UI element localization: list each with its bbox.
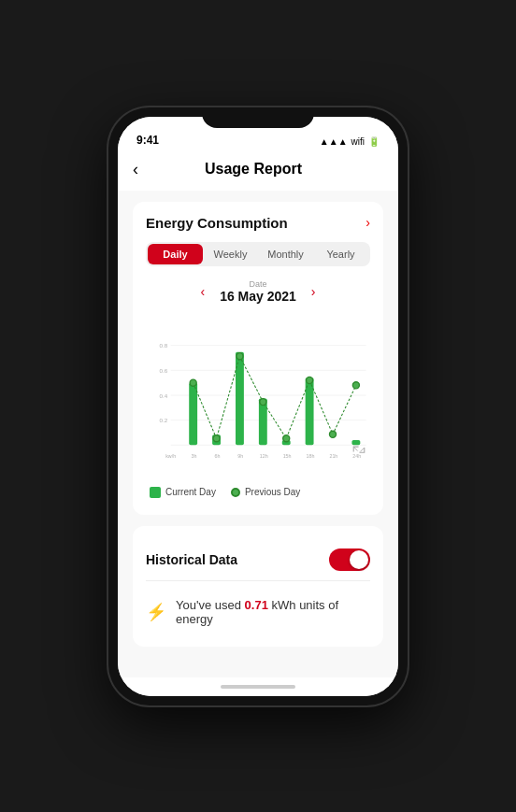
section-chevron-icon[interactable]: › — [366, 215, 370, 230]
svg-text:12h: 12h — [260, 452, 268, 458]
svg-line-33 — [353, 447, 357, 450]
app-header: ‹ Usage Report — [118, 150, 398, 191]
tab-monthly[interactable]: Monthly — [258, 244, 313, 264]
svg-text:kw/h: kw/h — [165, 452, 176, 458]
svg-rect-23 — [306, 378, 314, 445]
main-content: Energy Consumption › Daily Weekly Monthl… — [118, 191, 398, 677]
status-icons: ▲▲▲ wifi 🔋 — [320, 136, 380, 147]
historical-data-card: Historical Data ⚡ You've used 0.71 kWh u… — [133, 526, 383, 647]
historical-label: Historical Data — [146, 552, 237, 567]
status-time: 9:41 — [136, 134, 159, 147]
legend-previous-dot — [231, 488, 240, 497]
svg-text:15h: 15h — [283, 452, 292, 458]
svg-text:3h: 3h — [192, 452, 197, 458]
svg-point-26 — [213, 434, 220, 441]
svg-point-28 — [260, 398, 266, 405]
signal-icon: ▲▲▲ — [320, 136, 348, 147]
svg-rect-18 — [189, 382, 197, 445]
period-tabs: Daily Weekly Monthly Yearly — [146, 242, 370, 266]
svg-rect-20 — [236, 351, 244, 445]
svg-text:0.6: 0.6 — [159, 367, 167, 374]
phone-screen: 9:41 ▲▲▲ wifi 🔋 ‹ Usage Report Energy Co… — [118, 117, 398, 696]
next-date-button[interactable]: › — [311, 284, 316, 299]
section-header: Energy Consumption › — [146, 215, 370, 231]
bottom-bar — [118, 677, 398, 696]
wifi-icon: wifi — [351, 136, 365, 147]
svg-text:24h: 24h — [352, 452, 361, 458]
svg-point-32 — [352, 381, 359, 388]
usage-row: ⚡ You've used 0.71 kWh units of energy — [146, 591, 370, 634]
chart-svg: 0.8 0.6 0.4 0.2 kw/h 3h 6h 9h 12h 15h 18… — [146, 311, 370, 479]
svg-text:18h: 18h — [307, 452, 315, 458]
historical-row: Historical Data — [146, 539, 370, 580]
battery-icon: 🔋 — [368, 136, 380, 147]
tab-yearly[interactable]: Yearly — [313, 244, 368, 264]
svg-text:6h: 6h — [214, 452, 220, 458]
svg-text:0.2: 0.2 — [159, 417, 167, 423]
historical-toggle[interactable] — [329, 548, 370, 571]
energy-chart: 0.8 0.6 0.4 0.2 kw/h 3h 6h 9h 12h 15h 18… — [146, 311, 370, 479]
home-indicator — [221, 685, 295, 689]
svg-point-29 — [283, 434, 290, 441]
svg-line-34 — [360, 448, 364, 451]
legend-current-day: Current Day — [150, 487, 216, 498]
date-sub-label: Date — [220, 279, 296, 289]
page-title: Usage Report — [146, 161, 361, 178]
usage-text: You've used 0.71 kWh units of energy — [176, 598, 370, 626]
section-title: Energy Consumption — [146, 215, 288, 231]
energy-consumption-card: Energy Consumption › Daily Weekly Monthl… — [133, 202, 383, 515]
tab-weekly[interactable]: Weekly — [203, 244, 258, 264]
usage-value: 0.71 — [245, 598, 268, 612]
usage-row-wrapper: ⚡ You've used 0.71 kWh units of energy — [146, 580, 370, 634]
tab-daily[interactable]: Daily — [148, 244, 203, 264]
date-label-group: Date 16 May 2021 — [220, 279, 296, 304]
legend-current-label: Current Day — [165, 487, 216, 497]
svg-text:21h: 21h — [329, 452, 337, 458]
svg-text:9h: 9h — [237, 452, 243, 458]
chart-legend: Current Day Previous Day — [146, 487, 370, 498]
svg-point-25 — [190, 379, 196, 386]
svg-rect-24 — [351, 440, 360, 445]
date-navigation: ‹ Date 16 May 2021 › — [146, 279, 370, 304]
svg-point-27 — [236, 352, 243, 359]
lightning-icon: ⚡ — [146, 602, 166, 622]
legend-previous-label: Previous Day — [245, 487, 300, 497]
legend-current-box — [150, 487, 161, 498]
back-button[interactable]: ‹ — [133, 158, 146, 181]
toggle-knob — [350, 550, 368, 569]
svg-text:0.8: 0.8 — [159, 342, 167, 349]
svg-text:0.4: 0.4 — [159, 392, 167, 398]
notch — [202, 107, 314, 128]
prev-date-button[interactable]: ‹ — [200, 284, 205, 299]
phone-frame: 9:41 ▲▲▲ wifi 🔋 ‹ Usage Report Energy Co… — [108, 107, 408, 705]
usage-prefix: You've used — [176, 598, 241, 612]
legend-previous-day: Previous Day — [231, 487, 300, 497]
svg-point-31 — [329, 431, 336, 437]
svg-point-30 — [307, 377, 313, 383]
date-main-label: 16 May 2021 — [220, 289, 296, 304]
